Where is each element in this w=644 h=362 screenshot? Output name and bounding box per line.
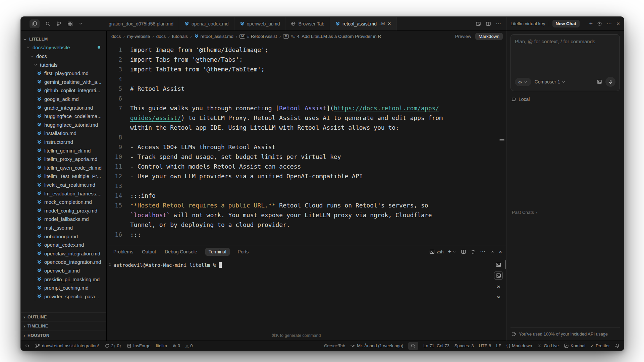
litellm-status[interactable]: litellm: [156, 343, 167, 348]
history-icon[interactable]: [597, 21, 602, 26]
breadcrumb-item[interactable]: M# Retool Assist: [239, 34, 277, 39]
file-item-litellm-gemini-cli-md[interactable]: litellm_gemini_cli.md: [21, 146, 106, 155]
file-item-litellm-proxy-aporia-md[interactable]: litellm_proxy_aporia.md: [21, 155, 106, 164]
terminal-tab-problems[interactable]: Problems: [113, 248, 134, 256]
file-item-model-fallbacks-md[interactable]: model_fallbacks.md: [21, 215, 106, 224]
split-editor-icon[interactable]: [486, 21, 491, 26]
code-editor[interactable]: 1import Image from '@theme/IdealImage';2…: [107, 42, 506, 245]
cursor-position[interactable]: Ln 71, Col 73: [423, 343, 449, 348]
search-toggle-box[interactable]: [408, 342, 418, 350]
search-icon[interactable]: [45, 21, 51, 26]
file-item-installation-md[interactable]: installation.md: [21, 129, 106, 138]
breadcrumb-item[interactable]: docs: [111, 34, 121, 39]
chevron-down-icon[interactable]: [78, 21, 83, 26]
file-item-openai-codex-md[interactable]: openai_codex.md: [21, 241, 106, 249]
encoding[interactable]: UTF-8: [479, 343, 491, 348]
cursor-tab[interactable]: Cursor Tab: [324, 343, 345, 348]
attach-image-button[interactable]: [597, 79, 602, 84]
model-selector[interactable]: ∞: [515, 78, 531, 86]
file-item-github-copilot-integrati-[interactable]: github_copilot_integrati...: [21, 86, 106, 95]
terminal-tab-terminal[interactable]: Terminal: [205, 248, 230, 256]
voice-input-button[interactable]: [605, 77, 615, 87]
close-icon[interactable]: ×: [616, 21, 620, 26]
chat-input-box[interactable]: Plan, @ for context, / for commands ∞ Co…: [511, 34, 620, 91]
file-item-livekit-xai-realtime-md[interactable]: livekit_xai_realtime.md: [21, 181, 106, 189]
file-item-openweb-ui-md[interactable]: openweb_ui.md: [21, 266, 106, 275]
file-item-opencode-integration-md[interactable]: opencode_integration.md: [21, 258, 106, 266]
file-item-mock-completion-md[interactable]: mock_completion.md: [21, 198, 106, 206]
file-item-lm-evaluation-harness-[interactable]: lm_evaluation_harness....: [21, 189, 106, 198]
breadcrumb-item[interactable]: my-website: [127, 34, 150, 39]
file-item-openclaw-integration-md[interactable]: openclaw_integration.md: [21, 249, 106, 258]
background-agent-icon[interactable]: ∞: [494, 282, 503, 290]
file-item-msft-sso-md[interactable]: msft_sso.md: [21, 224, 106, 232]
language-mode[interactable]: { }Markdown: [506, 343, 532, 348]
go-live[interactable]: Go Live: [537, 343, 559, 348]
file-item-presidio-pii-masking-md[interactable]: presidio_pii_masking.md: [21, 275, 106, 284]
chat-tab-litellm-virtual-key[interactable]: Litellm virtual key: [511, 21, 545, 26]
sidebar-section-timeline[interactable]: ›TIMELINE: [21, 322, 106, 331]
terminal-session-icon[interactable]: [494, 261, 503, 269]
tab-openweb-ui[interactable]: openweb_ui.md: [234, 17, 286, 31]
file-item-provider-specific-para-[interactable]: provider_specific_para...: [21, 292, 106, 301]
tree-item-root-folder[interactable]: docs/my-website: [21, 43, 106, 52]
more-icon[interactable]: ⋯: [606, 21, 612, 26]
more-icon[interactable]: ⋯: [480, 249, 486, 254]
file-item-model-config-proxy-md[interactable]: model_config_proxy.md: [21, 206, 106, 215]
insforge[interactable]: InsForge: [127, 343, 150, 348]
blame-author[interactable]: Mr. Ånand (1 week ago): [350, 343, 403, 348]
plus-icon[interactable]: +: [589, 21, 593, 27]
notifications[interactable]: [615, 343, 620, 348]
terminal-body[interactable]: astrodevil@Astro-Mac-mini litellm % ∞∞ ⌘…: [107, 258, 506, 341]
file-item-first-playground-md[interactable]: first_playground.md: [21, 69, 106, 78]
markdown-button[interactable]: Markdown: [475, 33, 503, 40]
breadcrumb-item[interactable]: docs: [156, 34, 166, 39]
prettier[interactable]: ✓Prettier: [590, 343, 610, 348]
sidebar-section-houston[interactable]: ›HOUSTON: [21, 331, 106, 340]
file-item-gradio-integration-md[interactable]: gradio_integration.md: [21, 103, 106, 112]
close-icon[interactable]: ×: [388, 21, 391, 27]
terminal-tab-output[interactable]: Output: [141, 248, 157, 256]
tab-plan-doc[interactable]: gration_doc_d075fd58.plan.md: [107, 17, 179, 31]
warnings[interactable]: △0: [185, 343, 193, 348]
maximize-panel-icon[interactable]: [490, 250, 494, 254]
split-terminal-icon[interactable]: [461, 249, 466, 254]
breadcrumb-item[interactable]: tutorials: [172, 34, 188, 39]
errors[interactable]: ⊗0: [172, 343, 180, 348]
file-item-litellm-Test-Multiple-Pr-[interactable]: litellm_Test_Multiple_Pr...: [21, 172, 106, 181]
tab-retool-assist[interactable]: retool_assist.md↓M×: [330, 17, 397, 31]
tab-browser[interactable]: Browser Tab: [285, 17, 330, 31]
kill-terminal-icon[interactable]: [471, 249, 476, 254]
terminal-tab-ports[interactable]: Ports: [237, 248, 250, 256]
background-agent-icon[interactable]: ∞: [494, 293, 503, 301]
git-sync[interactable]: 2↓ 0↑: [105, 343, 121, 348]
file-item-google-adk-md[interactable]: google_adk.md: [21, 95, 106, 104]
sidebar-section-litellm[interactable]: LITELLM: [21, 36, 106, 43]
new-terminal-button[interactable]: +: [448, 249, 457, 255]
file-item-oobabooga-md[interactable]: oobabooga.md: [21, 232, 106, 241]
chat-tab-new-chat[interactable]: New Chat: [552, 20, 580, 27]
shell-selector[interactable]: zsh: [429, 249, 444, 254]
local-selector[interactable]: Local: [511, 91, 620, 102]
terminal-session-icon[interactable]: [494, 272, 503, 280]
file-item-instructor-md[interactable]: instructor.md: [21, 138, 106, 146]
layout-icon[interactable]: [476, 21, 481, 26]
file-item-litellm-qwen-code-cli-md[interactable]: litellm_qwen_code_cli.md: [21, 164, 106, 172]
composer-selector[interactable]: Composer 1: [535, 79, 566, 84]
tree-item-docs[interactable]: docs: [21, 52, 106, 60]
file-item-prompt-caching-md[interactable]: prompt_caching.md: [21, 284, 106, 292]
breadcrumb-item[interactable]: retool_assist.md: [194, 34, 233, 39]
tree-item-tutorials[interactable]: tutorials: [21, 60, 106, 69]
source-control-icon[interactable]: [56, 21, 62, 26]
git-branch[interactable]: docs/retool-assist-integration*: [35, 343, 99, 349]
eol[interactable]: LF: [496, 343, 501, 348]
file-item-huggingface-codellama-[interactable]: huggingface_codellama...: [21, 112, 106, 121]
close-panel-icon[interactable]: ×: [499, 249, 502, 255]
tab-openai-codex[interactable]: openai_codex.md: [179, 17, 234, 31]
file-item-gemini-realtime-with-a-[interactable]: gemini_realtime_with_a...: [21, 78, 106, 86]
terminal-tab-debug-console[interactable]: Debug Console: [164, 248, 198, 256]
breadcrumb-item[interactable]: M## 4. Add LiteLLM as a Custom Provider …: [283, 34, 381, 39]
more-icon[interactable]: ⋯: [496, 21, 501, 26]
terminal-scrollbar[interactable]: [505, 260, 506, 269]
past-chats[interactable]: Past Chats ›: [511, 210, 620, 215]
